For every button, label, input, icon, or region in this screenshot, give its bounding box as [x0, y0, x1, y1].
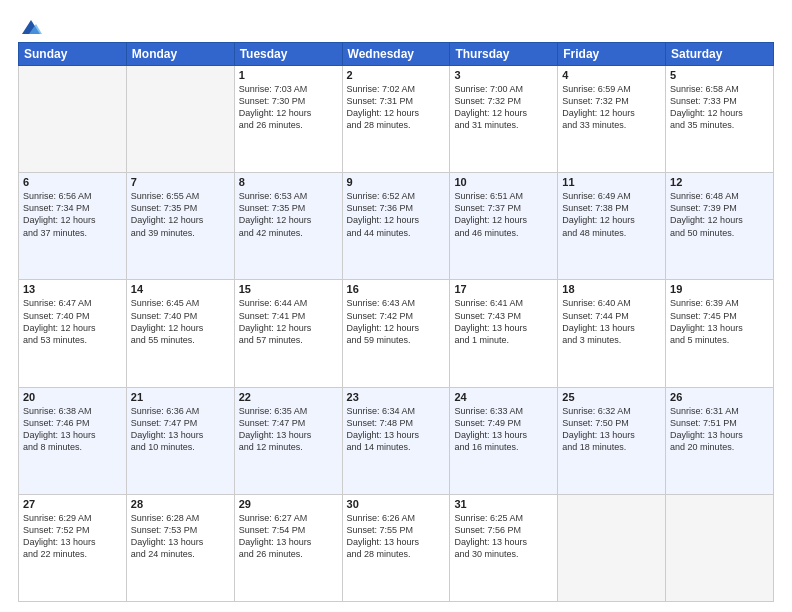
day-number: 7	[131, 176, 230, 188]
day-number: 1	[239, 69, 338, 81]
day-number: 27	[23, 498, 122, 510]
day-info: Sunrise: 6:49 AM Sunset: 7:38 PM Dayligh…	[562, 190, 661, 239]
day-info: Sunrise: 6:31 AM Sunset: 7:51 PM Dayligh…	[670, 405, 769, 454]
day-number: 16	[347, 283, 446, 295]
calendar-cell: 10Sunrise: 6:51 AM Sunset: 7:37 PM Dayli…	[450, 173, 558, 280]
day-info: Sunrise: 6:45 AM Sunset: 7:40 PM Dayligh…	[131, 297, 230, 346]
day-number: 10	[454, 176, 553, 188]
calendar-cell: 25Sunrise: 6:32 AM Sunset: 7:50 PM Dayli…	[558, 387, 666, 494]
weekday-header-row: SundayMondayTuesdayWednesdayThursdayFrid…	[19, 43, 774, 66]
day-info: Sunrise: 6:39 AM Sunset: 7:45 PM Dayligh…	[670, 297, 769, 346]
day-info: Sunrise: 6:34 AM Sunset: 7:48 PM Dayligh…	[347, 405, 446, 454]
day-info: Sunrise: 6:38 AM Sunset: 7:46 PM Dayligh…	[23, 405, 122, 454]
day-info: Sunrise: 6:35 AM Sunset: 7:47 PM Dayligh…	[239, 405, 338, 454]
calendar-cell: 14Sunrise: 6:45 AM Sunset: 7:40 PM Dayli…	[126, 280, 234, 387]
calendar-cell: 22Sunrise: 6:35 AM Sunset: 7:47 PM Dayli…	[234, 387, 342, 494]
weekday-header-tuesday: Tuesday	[234, 43, 342, 66]
day-info: Sunrise: 7:02 AM Sunset: 7:31 PM Dayligh…	[347, 83, 446, 132]
calendar-cell	[558, 494, 666, 601]
day-info: Sunrise: 6:36 AM Sunset: 7:47 PM Dayligh…	[131, 405, 230, 454]
day-number: 15	[239, 283, 338, 295]
day-info: Sunrise: 6:26 AM Sunset: 7:55 PM Dayligh…	[347, 512, 446, 561]
calendar-cell: 3Sunrise: 7:00 AM Sunset: 7:32 PM Daylig…	[450, 66, 558, 173]
calendar-cell: 28Sunrise: 6:28 AM Sunset: 7:53 PM Dayli…	[126, 494, 234, 601]
calendar-cell: 12Sunrise: 6:48 AM Sunset: 7:39 PM Dayli…	[666, 173, 774, 280]
weekday-header-monday: Monday	[126, 43, 234, 66]
weekday-header-sunday: Sunday	[19, 43, 127, 66]
calendar-cell	[19, 66, 127, 173]
day-number: 11	[562, 176, 661, 188]
day-number: 4	[562, 69, 661, 81]
day-number: 18	[562, 283, 661, 295]
day-number: 26	[670, 391, 769, 403]
day-number: 22	[239, 391, 338, 403]
day-number: 13	[23, 283, 122, 295]
weekday-header-thursday: Thursday	[450, 43, 558, 66]
day-info: Sunrise: 6:27 AM Sunset: 7:54 PM Dayligh…	[239, 512, 338, 561]
day-number: 3	[454, 69, 553, 81]
calendar-cell: 8Sunrise: 6:53 AM Sunset: 7:35 PM Daylig…	[234, 173, 342, 280]
day-number: 24	[454, 391, 553, 403]
calendar-cell: 4Sunrise: 6:59 AM Sunset: 7:32 PM Daylig…	[558, 66, 666, 173]
calendar-cell: 13Sunrise: 6:47 AM Sunset: 7:40 PM Dayli…	[19, 280, 127, 387]
calendar-cell: 2Sunrise: 7:02 AM Sunset: 7:31 PM Daylig…	[342, 66, 450, 173]
day-number: 20	[23, 391, 122, 403]
day-number: 6	[23, 176, 122, 188]
calendar-table: SundayMondayTuesdayWednesdayThursdayFrid…	[18, 42, 774, 602]
calendar-cell	[126, 66, 234, 173]
weekday-header-friday: Friday	[558, 43, 666, 66]
calendar-page: SundayMondayTuesdayWednesdayThursdayFrid…	[0, 0, 792, 612]
day-number: 25	[562, 391, 661, 403]
calendar-cell: 1Sunrise: 7:03 AM Sunset: 7:30 PM Daylig…	[234, 66, 342, 173]
day-info: Sunrise: 6:25 AM Sunset: 7:56 PM Dayligh…	[454, 512, 553, 561]
calendar-cell: 19Sunrise: 6:39 AM Sunset: 7:45 PM Dayli…	[666, 280, 774, 387]
day-number: 12	[670, 176, 769, 188]
calendar-cell: 24Sunrise: 6:33 AM Sunset: 7:49 PM Dayli…	[450, 387, 558, 494]
week-row-4: 20Sunrise: 6:38 AM Sunset: 7:46 PM Dayli…	[19, 387, 774, 494]
calendar-cell: 18Sunrise: 6:40 AM Sunset: 7:44 PM Dayli…	[558, 280, 666, 387]
day-number: 28	[131, 498, 230, 510]
calendar-cell: 30Sunrise: 6:26 AM Sunset: 7:55 PM Dayli…	[342, 494, 450, 601]
day-number: 23	[347, 391, 446, 403]
day-info: Sunrise: 6:59 AM Sunset: 7:32 PM Dayligh…	[562, 83, 661, 132]
calendar-cell: 29Sunrise: 6:27 AM Sunset: 7:54 PM Dayli…	[234, 494, 342, 601]
day-info: Sunrise: 6:52 AM Sunset: 7:36 PM Dayligh…	[347, 190, 446, 239]
calendar-cell: 27Sunrise: 6:29 AM Sunset: 7:52 PM Dayli…	[19, 494, 127, 601]
calendar-cell: 26Sunrise: 6:31 AM Sunset: 7:51 PM Dayli…	[666, 387, 774, 494]
day-info: Sunrise: 6:47 AM Sunset: 7:40 PM Dayligh…	[23, 297, 122, 346]
day-number: 8	[239, 176, 338, 188]
week-row-1: 1Sunrise: 7:03 AM Sunset: 7:30 PM Daylig…	[19, 66, 774, 173]
weekday-header-saturday: Saturday	[666, 43, 774, 66]
day-info: Sunrise: 6:33 AM Sunset: 7:49 PM Dayligh…	[454, 405, 553, 454]
week-row-3: 13Sunrise: 6:47 AM Sunset: 7:40 PM Dayli…	[19, 280, 774, 387]
day-info: Sunrise: 6:56 AM Sunset: 7:34 PM Dayligh…	[23, 190, 122, 239]
header	[18, 18, 774, 34]
day-info: Sunrise: 6:44 AM Sunset: 7:41 PM Dayligh…	[239, 297, 338, 346]
calendar-cell: 23Sunrise: 6:34 AM Sunset: 7:48 PM Dayli…	[342, 387, 450, 494]
day-number: 29	[239, 498, 338, 510]
calendar-cell: 5Sunrise: 6:58 AM Sunset: 7:33 PM Daylig…	[666, 66, 774, 173]
day-number: 17	[454, 283, 553, 295]
calendar-cell: 15Sunrise: 6:44 AM Sunset: 7:41 PM Dayli…	[234, 280, 342, 387]
calendar-cell	[666, 494, 774, 601]
day-info: Sunrise: 6:55 AM Sunset: 7:35 PM Dayligh…	[131, 190, 230, 239]
calendar-cell: 31Sunrise: 6:25 AM Sunset: 7:56 PM Dayli…	[450, 494, 558, 601]
weekday-header-wednesday: Wednesday	[342, 43, 450, 66]
day-number: 2	[347, 69, 446, 81]
calendar-cell: 17Sunrise: 6:41 AM Sunset: 7:43 PM Dayli…	[450, 280, 558, 387]
day-info: Sunrise: 6:28 AM Sunset: 7:53 PM Dayligh…	[131, 512, 230, 561]
calendar-cell: 11Sunrise: 6:49 AM Sunset: 7:38 PM Dayli…	[558, 173, 666, 280]
day-info: Sunrise: 7:03 AM Sunset: 7:30 PM Dayligh…	[239, 83, 338, 132]
logo	[18, 18, 42, 34]
day-info: Sunrise: 6:29 AM Sunset: 7:52 PM Dayligh…	[23, 512, 122, 561]
day-number: 19	[670, 283, 769, 295]
day-info: Sunrise: 6:58 AM Sunset: 7:33 PM Dayligh…	[670, 83, 769, 132]
day-number: 9	[347, 176, 446, 188]
week-row-2: 6Sunrise: 6:56 AM Sunset: 7:34 PM Daylig…	[19, 173, 774, 280]
day-number: 21	[131, 391, 230, 403]
day-info: Sunrise: 6:43 AM Sunset: 7:42 PM Dayligh…	[347, 297, 446, 346]
calendar-cell: 20Sunrise: 6:38 AM Sunset: 7:46 PM Dayli…	[19, 387, 127, 494]
calendar-cell: 6Sunrise: 6:56 AM Sunset: 7:34 PM Daylig…	[19, 173, 127, 280]
day-number: 30	[347, 498, 446, 510]
day-info: Sunrise: 6:51 AM Sunset: 7:37 PM Dayligh…	[454, 190, 553, 239]
